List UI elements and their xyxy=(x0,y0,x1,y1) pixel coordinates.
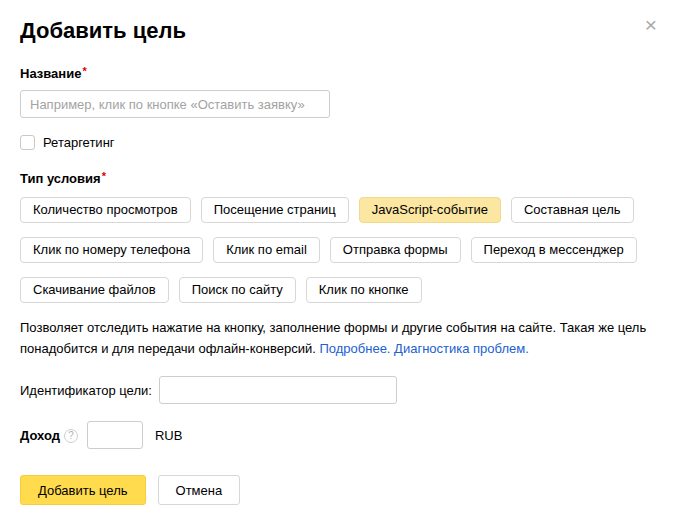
condition-type-label-text: Тип условия xyxy=(20,171,101,186)
goal-name-input[interactable] xyxy=(20,90,330,118)
condition-chip[interactable]: Поиск по сайту xyxy=(179,277,296,303)
condition-type-label: Тип условия* xyxy=(20,171,660,186)
revenue-input[interactable] xyxy=(87,421,143,449)
name-label: Название* xyxy=(20,66,660,81)
condition-chip[interactable]: Клик по номеру телефона xyxy=(20,237,203,263)
dialog-title: Добавить цель xyxy=(20,18,660,44)
required-asterisk: * xyxy=(82,65,86,77)
currency-label: RUB xyxy=(155,428,182,443)
condition-type-options: Количество просмотровПосещение страницJa… xyxy=(20,197,660,303)
retargeting-checkbox[interactable] xyxy=(20,135,35,150)
add-goal-button[interactable]: Добавить цель xyxy=(20,475,146,505)
name-label-text: Название xyxy=(20,66,81,81)
condition-chip[interactable]: Клик по email xyxy=(213,237,320,263)
revenue-label: Доход xyxy=(20,428,60,443)
cancel-button[interactable]: Отмена xyxy=(158,475,241,505)
goal-id-label: Идентификатор цели: xyxy=(20,383,152,398)
condition-chip[interactable]: Клик по кнопке xyxy=(306,277,422,303)
more-link[interactable]: Подробнее. xyxy=(319,341,390,356)
condition-chip[interactable]: Скачивание файлов xyxy=(20,277,169,303)
retargeting-label[interactable]: Ретаргетинг xyxy=(43,135,115,150)
goal-id-input[interactable] xyxy=(159,376,397,404)
condition-chip[interactable]: Посещение страниц xyxy=(201,197,349,223)
condition-description: Позволяет отследить нажатие на кнопку, з… xyxy=(20,317,660,359)
condition-chip[interactable]: Количество просмотров xyxy=(20,197,191,223)
condition-chip[interactable]: Составная цель xyxy=(511,197,634,223)
close-icon[interactable]: × xyxy=(640,14,662,36)
condition-chip[interactable]: Переход в мессенджер xyxy=(471,237,637,263)
diagnostics-link[interactable]: Диагностика проблем. xyxy=(394,341,529,356)
condition-chip[interactable]: Отправка формы xyxy=(330,237,461,263)
help-icon[interactable]: ? xyxy=(64,429,78,443)
required-asterisk: * xyxy=(102,170,106,182)
condition-chip[interactable]: JavaScript-событие xyxy=(359,197,501,223)
add-goal-dialog: × Добавить цель Название* Ретаргетинг Ти… xyxy=(0,0,680,516)
